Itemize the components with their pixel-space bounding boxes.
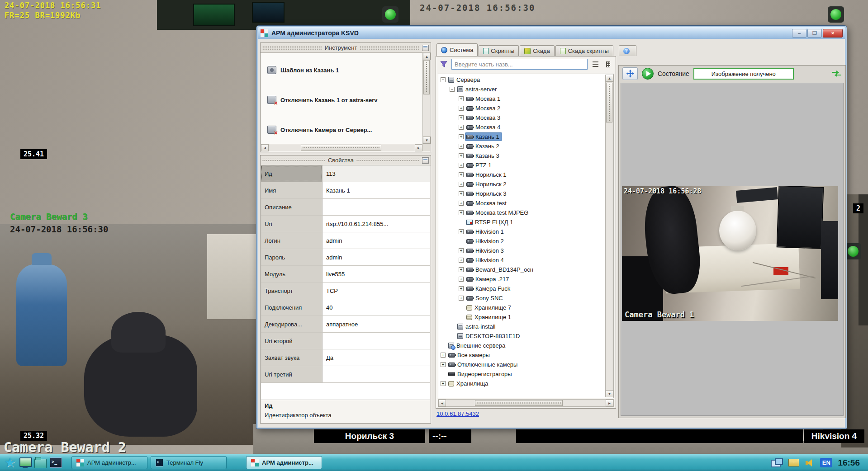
tree-item-body[interactable]: Hikvision 2 [465,237,506,245]
tab[interactable]: Система [436,43,478,56]
tree-item[interactable]: astra-server [439,85,605,94]
tree-item[interactable]: Видеорегистраторы [439,369,605,379]
clock[interactable]: 16:56 [838,458,860,468]
start-menu-icon[interactable]: ★ [5,457,16,469]
tree-vertical-scrollbar[interactable]: ▲ ▼ [605,75,613,397]
tree-item-body[interactable]: Сервера [447,76,482,84]
minimize-button[interactable]: – [792,29,806,38]
tree-expander-icon[interactable] [459,248,464,253]
property-value[interactable]: 113 [323,165,430,182]
tree-expander-icon[interactable] [459,125,464,130]
property-value[interactable]: Да [323,349,430,366]
taskbar-window-button[interactable]: АРМ администр... [71,456,147,469]
tree-item[interactable]: PTZ 1 [439,160,605,170]
scroll-thumb[interactable] [423,60,430,94]
tree-expander-icon[interactable] [459,144,464,149]
tree-item[interactable]: RTSP ЕЦХД 1 [439,217,605,227]
property-row[interactable]: Uri второй [261,333,430,349]
tree-item[interactable]: Москва 2 [439,104,605,113]
scroll-thumb[interactable] [475,400,563,406]
tree-item-body[interactable]: Хранилище 7 [465,304,513,311]
tab[interactable]: Скада [520,45,554,56]
tree-item[interactable]: Москва 1 [439,94,605,104]
database-link[interactable]: 10.0.61.87:5432 [436,410,479,417]
property-row[interactable]: Транспорт TCP [261,283,430,299]
tree-item[interactable]: astra-install [439,322,605,331]
property-value[interactable]: аппаратное [323,316,430,332]
tree-item-body[interactable]: Казань 1 [465,133,502,141]
terminal-launcher-icon[interactable] [50,457,62,468]
tab[interactable]: Скрипты [479,45,519,56]
property-value[interactable] [323,366,430,382]
tree-item-body[interactable]: Москва 4 [465,123,503,131]
tree-item[interactable]: DESKTOP-8831E1D [439,331,605,341]
tool-vertical-scrollbar[interactable]: ▲ ▼ [422,53,430,144]
tree-expander-icon[interactable] [459,153,464,158]
tree-item[interactable]: Камера Fuck [439,284,605,293]
property-row[interactable]: Описание [261,199,430,216]
taskbar-window-button[interactable]: АРМ администр... [246,456,322,469]
tree-expander-icon[interactable] [459,201,464,206]
tree-item[interactable]: Внешние сервера [439,341,605,350]
tree-item-body[interactable]: Все камеры [447,351,492,359]
tree-item-body[interactable]: Внешние сервера [447,342,508,349]
property-value[interactable]: 40 [323,299,430,316]
tree-item[interactable]: Хранилища [439,379,605,388]
tree-item[interactable]: Хранилище 1 [439,312,605,322]
tree-expander-icon[interactable] [459,277,464,282]
scroll-up-icon[interactable]: ▲ [423,53,431,60]
property-value[interactable]: rtsp://10.0.61.214:855... [323,216,430,232]
property-row[interactable]: Пароль admin [261,249,430,266]
tree-item-body[interactable]: Отключенные камеры [447,361,520,368]
property-row[interactable]: Ид 113 [261,165,430,182]
property-row[interactable]: Имя Казань 1 [261,182,430,199]
tree-item[interactable]: Все камеры [439,350,605,360]
tree-item[interactable]: Камера .217 [439,274,605,284]
tree-item[interactable]: Казань 3 [439,151,605,160]
volume-icon[interactable] [805,459,815,467]
tab[interactable] [619,45,636,56]
property-value[interactable] [323,199,430,215]
tree-expander-icon[interactable] [459,258,464,263]
tree-item[interactable]: Москва test MJPEG [439,208,605,217]
refresh-icon[interactable] [832,70,842,78]
tree-item-body[interactable]: Hikvision 3 [465,247,506,254]
tree-item[interactable]: Hikvision 2 [439,236,605,246]
tool-item[interactable]: Отключить Камера от Сервер... [267,124,422,135]
tree-item[interactable]: Норильск 3 [439,189,605,198]
tree-expander-icon[interactable] [459,182,464,187]
detach-panel-icon[interactable] [422,45,429,51]
desktop-icon[interactable] [19,457,31,468]
tree-expander-icon[interactable] [441,362,446,367]
expand-tree-icon[interactable] [603,59,613,70]
tree-item-body[interactable]: astra-install [456,323,498,330]
display-settings-icon[interactable] [771,458,783,467]
property-row[interactable]: Uri третий [261,366,430,383]
tab[interactable]: Скада скрипты [555,45,613,56]
tree-expander-icon[interactable] [459,267,464,272]
tree-item-body[interactable]: Москва 1 [465,95,503,103]
tree-item[interactable]: Норильск 2 [439,179,605,189]
property-row[interactable]: Модуль live555 [261,266,430,283]
collapse-tree-icon[interactable] [590,59,600,70]
tree-item[interactable]: Отключенные камеры [439,360,605,369]
mail-icon[interactable] [788,459,799,466]
keyboard-layout-badge[interactable]: EN [820,458,832,467]
tree-expander-icon[interactable] [459,134,464,139]
tree-item[interactable]: Hikvision 1 [439,227,605,236]
tree-item[interactable]: Хранилище 7 [439,303,605,312]
tree-expander-icon[interactable] [459,191,464,196]
property-row[interactable]: Захват звука Да [261,349,430,366]
tree-item-body[interactable]: astra-server [456,85,499,93]
tree-item-body[interactable]: Норильск 1 [465,171,509,179]
tree-item[interactable]: Москва 3 [439,113,605,122]
tree-expander-icon[interactable] [441,77,446,82]
tree-expander-icon[interactable] [459,286,464,291]
scroll-left-icon[interactable]: ◄ [438,400,446,407]
tree-item-body[interactable]: Хранилища [447,380,490,387]
tree-item[interactable]: Норильск 1 [439,170,605,179]
tree-item-body[interactable]: Видеорегистраторы [447,370,514,378]
detach-panel-icon[interactable] [422,157,429,164]
tree-item-body[interactable]: Москва test MJPEG [465,209,531,217]
property-row[interactable]: Декодирова... аппаратное [261,316,430,333]
